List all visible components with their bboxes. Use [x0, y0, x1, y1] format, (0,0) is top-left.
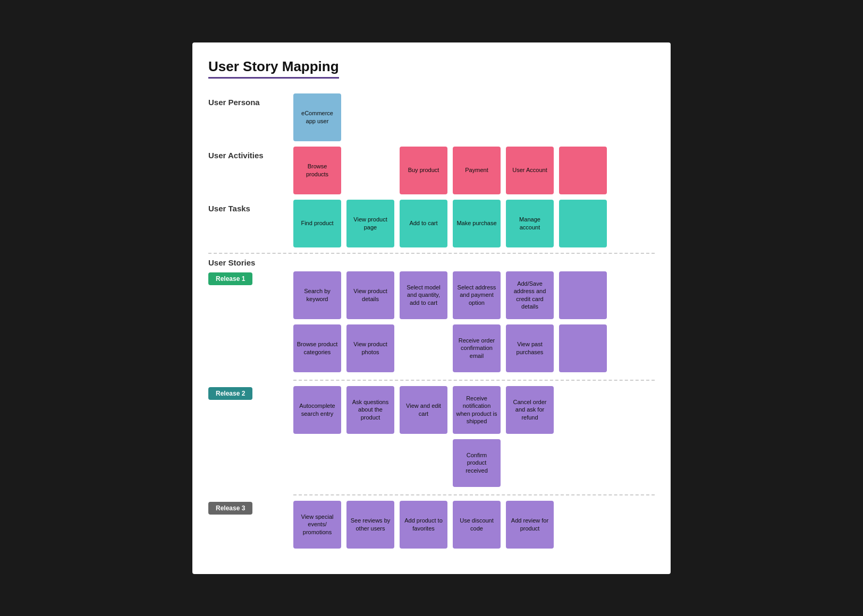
release-2-row-1: Autocomplete search entry Ask questions … — [293, 386, 655, 434]
card-confirm-received: Confirm product received — [453, 439, 501, 487]
card-add-save-address: Add/Save address and credit card details — [506, 271, 554, 319]
release-3-badge: Release 3 — [208, 502, 252, 515]
card-r1-empty2 — [559, 324, 607, 372]
page-title: User Story Mapping — [208, 58, 339, 79]
card-add-favorites: Add product to favorites — [400, 501, 447, 549]
release-2-rows: Autocomplete search entry Ask questions … — [293, 386, 655, 487]
card-search-keyword: Search by keyword — [293, 271, 341, 319]
card-view-product-page: View product page — [346, 200, 394, 247]
card-view-product-details: View product details — [346, 271, 394, 319]
card-payment: Payment — [453, 147, 501, 194]
card-add-to-cart: Add to cart — [400, 200, 447, 247]
card-receive-confirmation: Receive order confirmation email — [453, 324, 501, 372]
card-discount-code: Use discount code — [453, 501, 501, 549]
user-persona-cards: eCommerce app user — [293, 93, 655, 141]
release-3-label-col: Release 3 — [208, 501, 293, 515]
card-manage-account: Manage account — [506, 200, 554, 247]
release-1-rows: Search by keyword View product details S… — [293, 271, 655, 372]
card-user-account: User Account — [506, 147, 554, 194]
user-tasks-label: User Tasks — [208, 200, 293, 213]
release-1-badge: Release 1 — [208, 272, 252, 285]
card-see-reviews: See reviews by other users — [346, 501, 394, 549]
user-tasks-cards: Find product View product page Add to ca… — [293, 200, 655, 247]
release-2-header: Release 2 Autocomplete search entry Ask … — [208, 386, 655, 487]
release-3-row-1: View special events/ promotions See revi… — [293, 501, 655, 549]
card-browse-categories: Browse product categories — [293, 324, 341, 372]
card-select-address: Select address and payment option — [453, 271, 501, 319]
release-2-row-2: Confirm product received — [293, 439, 655, 487]
release-2-block: Release 2 Autocomplete search entry Ask … — [208, 386, 655, 487]
release-2-divider — [293, 380, 655, 381]
user-activities-label: User Activities — [208, 147, 293, 160]
card-autocomplete: Autocomplete search entry — [293, 386, 341, 434]
card-activity-empty — [559, 147, 607, 194]
card-browse-products: Browse products — [293, 147, 341, 194]
board: User Story Mapping User Persona eCommerc… — [192, 42, 671, 574]
card-ask-questions: Ask questions about the product — [346, 386, 394, 434]
release-1-row-2: Browse product categories View product p… — [293, 324, 655, 372]
release-1-row-1: Search by keyword View product details S… — [293, 271, 655, 319]
card-ecommerce-user: eCommerce app user — [293, 93, 341, 141]
card-notification-shipped: Receive notification when product is shi… — [453, 386, 501, 434]
release-2-badge: Release 2 — [208, 387, 252, 400]
card-special-events: View special events/ promotions — [293, 501, 341, 549]
release-3-block: Release 3 View special events/ promotion… — [208, 501, 655, 549]
card-view-photos: View product photos — [346, 324, 394, 372]
user-persona-label: User Persona — [208, 93, 293, 107]
card-r1-empty1 — [559, 271, 607, 319]
release-1-header: Release 1 Search by keyword View product… — [208, 271, 655, 372]
card-select-model: Select model and quantity, add to cart — [400, 271, 447, 319]
card-view-edit-cart: View and edit cart — [400, 386, 447, 434]
card-task-empty — [559, 200, 607, 247]
user-activities-section: User Activities Browse products Buy prod… — [208, 147, 655, 194]
release-1-label-col: Release 1 — [208, 271, 293, 285]
user-tasks-section: User Tasks Find product View product pag… — [208, 200, 655, 247]
release-1-block: Release 1 Search by keyword View product… — [208, 271, 655, 372]
card-add-review: Add review for product — [506, 501, 554, 549]
release-3-rows: View special events/ promotions See revi… — [293, 501, 655, 549]
card-cancel-order: Cancel order and ask for refund — [506, 386, 554, 434]
card-view-past-purchases: View past purchases — [506, 324, 554, 372]
release-3-divider — [293, 494, 655, 495]
user-persona-section: User Persona eCommerce app user — [208, 93, 655, 141]
card-make-purchase: Make purchase — [453, 200, 501, 247]
stories-divider — [208, 253, 655, 254]
card-find-product: Find product — [293, 200, 341, 247]
user-stories-label: User Stories — [208, 256, 293, 267]
user-activities-cards: Browse products Buy product Payment User… — [293, 147, 655, 194]
release-2-label-col: Release 2 — [208, 386, 293, 400]
release-3-header: Release 3 View special events/ promotion… — [208, 501, 655, 549]
card-buy-product: Buy product — [400, 147, 447, 194]
